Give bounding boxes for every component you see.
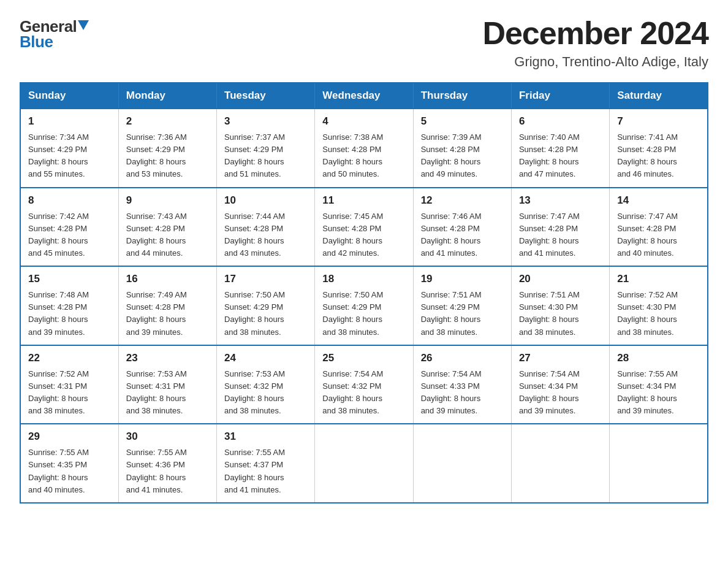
day-number: 1 — [28, 115, 111, 128]
day-number: 10 — [224, 194, 307, 207]
day-number: 31 — [224, 431, 307, 443]
logo-blue-text: Blue — [20, 33, 53, 51]
calendar-header-monday: Monday — [118, 83, 216, 109]
day-number: 3 — [224, 115, 307, 128]
day-number: 4 — [322, 115, 405, 128]
day-number: 17 — [224, 273, 307, 285]
calendar-cell — [413, 424, 511, 503]
calendar-cell: 4Sunrise: 7:38 AMSunset: 4:28 PMDaylight… — [315, 109, 413, 188]
calendar-cell: 8Sunrise: 7:42 AMSunset: 4:28 PMDaylight… — [20, 188, 118, 267]
day-info: Sunrise: 7:50 AMSunset: 4:29 PMDaylight:… — [322, 289, 405, 339]
day-info: Sunrise: 7:47 AMSunset: 4:28 PMDaylight:… — [519, 210, 602, 260]
calendar-cell: 9Sunrise: 7:43 AMSunset: 4:28 PMDaylight… — [118, 188, 216, 267]
calendar-week-row: 15Sunrise: 7:48 AMSunset: 4:28 PMDayligh… — [20, 266, 708, 345]
day-info: Sunrise: 7:52 AMSunset: 4:30 PMDaylight:… — [617, 289, 700, 339]
day-number: 9 — [126, 194, 209, 207]
day-info: Sunrise: 7:53 AMSunset: 4:32 PMDaylight:… — [224, 368, 307, 418]
calendar-header-row: SundayMondayTuesdayWednesdayThursdayFrid… — [20, 83, 708, 109]
day-number: 18 — [322, 273, 405, 285]
day-info: Sunrise: 7:52 AMSunset: 4:31 PMDaylight:… — [28, 368, 111, 418]
day-number: 27 — [519, 352, 602, 364]
calendar-cell: 12Sunrise: 7:46 AMSunset: 4:28 PMDayligh… — [413, 188, 511, 267]
day-info: Sunrise: 7:36 AMSunset: 4:29 PMDaylight:… — [126, 131, 209, 181]
calendar-cell: 1Sunrise: 7:34 AMSunset: 4:29 PMDaylight… — [20, 109, 118, 188]
day-number: 29 — [28, 431, 111, 443]
day-info: Sunrise: 7:37 AMSunset: 4:29 PMDaylight:… — [224, 131, 307, 181]
day-number: 26 — [421, 352, 504, 364]
calendar-cell: 13Sunrise: 7:47 AMSunset: 4:28 PMDayligh… — [511, 188, 609, 267]
day-info: Sunrise: 7:53 AMSunset: 4:31 PMDaylight:… — [126, 368, 209, 418]
day-number: 6 — [519, 115, 602, 128]
day-number: 15 — [28, 273, 111, 285]
day-info: Sunrise: 7:42 AMSunset: 4:28 PMDaylight:… — [28, 210, 111, 260]
calendar-subtitle: Grigno, Trentino-Alto Adige, Italy — [482, 54, 708, 70]
calendar-cell: 25Sunrise: 7:54 AMSunset: 4:32 PMDayligh… — [315, 345, 413, 424]
day-info: Sunrise: 7:55 AMSunset: 4:34 PMDaylight:… — [617, 368, 700, 418]
calendar-header-friday: Friday — [511, 83, 609, 109]
day-number: 8 — [28, 194, 111, 207]
page-header: General Blue December 2024 Grigno, Trent… — [20, 15, 708, 70]
calendar-header-tuesday: Tuesday — [217, 83, 315, 109]
calendar-cell: 11Sunrise: 7:45 AMSunset: 4:28 PMDayligh… — [315, 188, 413, 267]
calendar-title: December 2024 — [482, 15, 708, 52]
day-number: 12 — [421, 194, 504, 207]
day-number: 14 — [617, 194, 700, 207]
day-number: 22 — [28, 352, 111, 364]
day-info: Sunrise: 7:41 AMSunset: 4:28 PMDaylight:… — [617, 131, 700, 181]
calendar-cell: 30Sunrise: 7:55 AMSunset: 4:36 PMDayligh… — [118, 424, 216, 503]
day-info: Sunrise: 7:54 AMSunset: 4:34 PMDaylight:… — [519, 368, 602, 418]
calendar-header-sunday: Sunday — [20, 83, 118, 109]
calendar-week-row: 22Sunrise: 7:52 AMSunset: 4:31 PMDayligh… — [20, 345, 708, 424]
calendar-cell: 31Sunrise: 7:55 AMSunset: 4:37 PMDayligh… — [217, 424, 315, 503]
calendar-cell: 29Sunrise: 7:55 AMSunset: 4:35 PMDayligh… — [20, 424, 118, 503]
calendar-cell: 18Sunrise: 7:50 AMSunset: 4:29 PMDayligh… — [315, 266, 413, 345]
day-number: 7 — [617, 115, 700, 128]
calendar-cell: 28Sunrise: 7:55 AMSunset: 4:34 PMDayligh… — [610, 345, 708, 424]
day-info: Sunrise: 7:44 AMSunset: 4:28 PMDaylight:… — [224, 210, 307, 260]
calendar-cell — [610, 424, 708, 503]
calendar-cell: 2Sunrise: 7:36 AMSunset: 4:29 PMDaylight… — [118, 109, 216, 188]
calendar-cell — [511, 424, 609, 503]
day-number: 19 — [421, 273, 504, 285]
calendar-cell: 20Sunrise: 7:51 AMSunset: 4:30 PMDayligh… — [511, 266, 609, 345]
day-info: Sunrise: 7:45 AMSunset: 4:28 PMDaylight:… — [322, 210, 405, 260]
day-info: Sunrise: 7:39 AMSunset: 4:28 PMDaylight:… — [421, 131, 504, 181]
logo: General Blue — [20, 15, 89, 52]
calendar-header-saturday: Saturday — [610, 83, 708, 109]
day-info: Sunrise: 7:34 AMSunset: 4:29 PMDaylight:… — [28, 131, 111, 181]
calendar-cell: 19Sunrise: 7:51 AMSunset: 4:29 PMDayligh… — [413, 266, 511, 345]
day-info: Sunrise: 7:54 AMSunset: 4:33 PMDaylight:… — [421, 368, 504, 418]
calendar-week-row: 1Sunrise: 7:34 AMSunset: 4:29 PMDaylight… — [20, 109, 708, 188]
calendar-cell: 26Sunrise: 7:54 AMSunset: 4:33 PMDayligh… — [413, 345, 511, 424]
day-number: 30 — [126, 431, 209, 443]
day-number: 13 — [519, 194, 602, 207]
calendar-cell: 21Sunrise: 7:52 AMSunset: 4:30 PMDayligh… — [610, 266, 708, 345]
day-number: 23 — [126, 352, 209, 364]
day-info: Sunrise: 7:51 AMSunset: 4:30 PMDaylight:… — [519, 289, 602, 339]
day-info: Sunrise: 7:51 AMSunset: 4:29 PMDaylight:… — [421, 289, 504, 339]
calendar-cell: 24Sunrise: 7:53 AMSunset: 4:32 PMDayligh… — [217, 345, 315, 424]
day-info: Sunrise: 7:54 AMSunset: 4:32 PMDaylight:… — [322, 368, 405, 418]
calendar-cell: 15Sunrise: 7:48 AMSunset: 4:28 PMDayligh… — [20, 266, 118, 345]
day-number: 20 — [519, 273, 602, 285]
calendar-cell — [315, 424, 413, 503]
day-number: 24 — [224, 352, 307, 364]
day-info: Sunrise: 7:47 AMSunset: 4:28 PMDaylight:… — [617, 210, 700, 260]
calendar-table: SundayMondayTuesdayWednesdayThursdayFrid… — [20, 82, 708, 504]
day-number: 11 — [322, 194, 405, 207]
calendar-cell: 22Sunrise: 7:52 AMSunset: 4:31 PMDayligh… — [20, 345, 118, 424]
day-info: Sunrise: 7:50 AMSunset: 4:29 PMDaylight:… — [224, 289, 307, 339]
day-info: Sunrise: 7:49 AMSunset: 4:28 PMDaylight:… — [126, 289, 209, 339]
calendar-cell: 23Sunrise: 7:53 AMSunset: 4:31 PMDayligh… — [118, 345, 216, 424]
day-info: Sunrise: 7:46 AMSunset: 4:28 PMDaylight:… — [421, 210, 504, 260]
title-block: December 2024 Grigno, Trentino-Alto Adig… — [482, 15, 708, 70]
day-info: Sunrise: 7:48 AMSunset: 4:28 PMDaylight:… — [28, 289, 111, 339]
calendar-cell: 3Sunrise: 7:37 AMSunset: 4:29 PMDaylight… — [217, 109, 315, 188]
day-number: 28 — [617, 352, 700, 364]
calendar-cell: 27Sunrise: 7:54 AMSunset: 4:34 PMDayligh… — [511, 345, 609, 424]
day-info: Sunrise: 7:38 AMSunset: 4:28 PMDaylight:… — [322, 131, 405, 181]
day-number: 16 — [126, 273, 209, 285]
calendar-header-wednesday: Wednesday — [315, 83, 413, 109]
calendar-cell: 6Sunrise: 7:40 AMSunset: 4:28 PMDaylight… — [511, 109, 609, 188]
day-number: 5 — [421, 115, 504, 128]
